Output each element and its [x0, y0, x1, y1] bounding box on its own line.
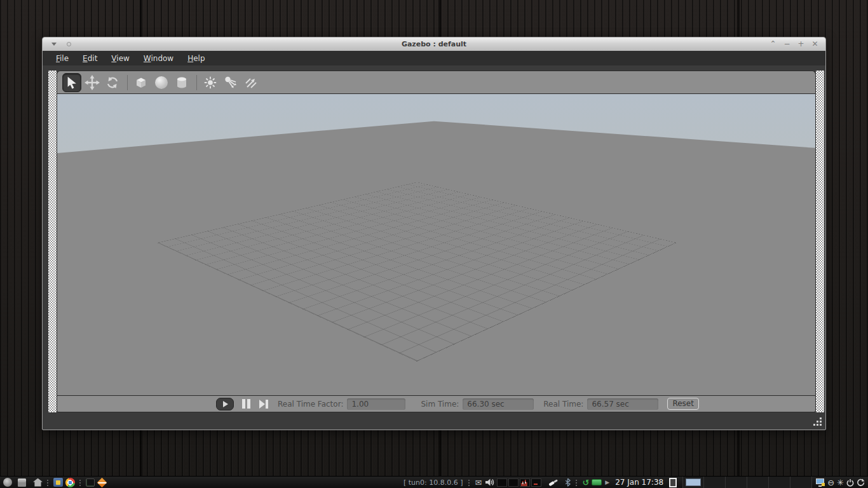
cursor-arrow-icon — [65, 76, 79, 90]
spot-light-icon — [223, 75, 238, 90]
workspace-2[interactable] — [704, 477, 726, 488]
restart-icon[interactable] — [857, 478, 865, 487]
power-icon[interactable] — [846, 478, 854, 487]
active-window-thumbnail — [686, 478, 701, 486]
network-interface-label: [ tun0: 10.8.0.6 ] — [403, 478, 463, 487]
mail-icon[interactable]: ✉ — [475, 478, 482, 487]
vault-app-icon[interactable] — [53, 478, 63, 487]
workspace-6[interactable] — [790, 477, 812, 488]
point-light-button[interactable] — [201, 73, 220, 92]
taskbar-separator — [46, 479, 50, 486]
box-icon — [133, 75, 149, 90]
move-arrows-icon — [85, 75, 100, 90]
rotate-tool-button[interactable] — [103, 73, 122, 92]
home-icon[interactable] — [33, 478, 43, 487]
cpu-graph-icon — [520, 478, 530, 487]
sphere-icon — [155, 76, 168, 89]
update-icon[interactable]: ↺ — [582, 478, 589, 487]
menu-help[interactable]: Help — [180, 52, 212, 65]
menubar: File Edit View Window Help — [43, 51, 825, 65]
log-out-icon[interactable]: ⊖ — [827, 478, 834, 487]
clock[interactable]: 27 Jan 17:38 — [615, 478, 663, 487]
window-content: Real Time Factor: 1.00 Sim Time: 66.30 s… — [43, 65, 825, 412]
center-column: Real Time Factor: 1.00 Sim Time: 66.30 s… — [57, 71, 816, 412]
menu-window[interactable]: Window — [137, 52, 180, 65]
workspace-pager — [682, 477, 812, 488]
sun-icon — [203, 76, 217, 90]
net-graph-icon — [531, 478, 541, 487]
file-manager-icon[interactable] — [18, 478, 26, 487]
maximize-button[interactable]: + — [797, 40, 805, 48]
window-title: Gazebo : default — [43, 40, 825, 48]
translate-tool-button[interactable] — [83, 73, 102, 92]
sim-time-label: Sim Time: — [421, 400, 459, 409]
toolbar — [57, 71, 815, 94]
taskbar: [ tun0: 10.8.0.6 ] ✉ — [0, 476, 868, 488]
lock-screen-icon[interactable] — [816, 478, 825, 487]
insert-box-button[interactable] — [132, 73, 151, 92]
right-panel-splitter[interactable] — [816, 71, 824, 412]
bluetooth-icon[interactable] — [564, 478, 571, 487]
window-titlebar[interactable]: Gazebo : default ⌃ − + ✕ — [43, 37, 825, 51]
step-button[interactable] — [259, 400, 268, 409]
monitor-cell — [497, 478, 507, 487]
left-panel-splitter[interactable] — [48, 71, 57, 412]
workspace-3[interactable] — [726, 477, 747, 488]
workspace-1-active[interactable] — [682, 477, 704, 488]
insert-sphere-button[interactable] — [152, 73, 171, 92]
directional-light-icon — [243, 75, 259, 90]
real-time-value: 66.57 sec — [587, 398, 658, 410]
terminal-icon[interactable] — [86, 478, 95, 487]
window-bottom-frame — [43, 412, 825, 430]
app-menu-icon[interactable] — [3, 478, 12, 487]
window-menu-icon[interactable] — [51, 43, 57, 46]
settings-icon[interactable]: ✳ — [837, 478, 844, 487]
workspace-4[interactable] — [747, 477, 769, 488]
chrome-icon[interactable] — [65, 478, 75, 487]
show-desktop-button[interactable] — [669, 478, 677, 487]
cylinder-icon — [174, 75, 189, 90]
taskbar-separator — [79, 479, 82, 486]
step-icon — [259, 400, 265, 409]
toolbar-separator — [196, 75, 197, 90]
close-button[interactable]: ✕ — [811, 40, 819, 48]
taskbar-separator — [468, 479, 471, 486]
menu-edit[interactable]: Edit — [76, 52, 104, 65]
workspace-5[interactable] — [769, 477, 790, 488]
rotate-arrows-icon — [105, 75, 120, 90]
real-time-label: Real Time: — [543, 400, 583, 409]
minimize-button[interactable]: − — [783, 40, 791, 48]
reset-button[interactable]: Reset — [667, 398, 699, 410]
gazebo-window: Gazebo : default ⌃ − + ✕ File Edit View … — [42, 37, 826, 430]
directional-light-button[interactable] — [241, 73, 261, 92]
menu-view[interactable]: View — [104, 52, 136, 65]
volume-icon[interactable] — [484, 477, 494, 487]
simulation-statusbar: Real Time Factor: 1.00 Sim Time: 66.30 s… — [57, 395, 815, 412]
spot-light-button[interactable] — [221, 73, 240, 92]
pause-button[interactable] — [242, 399, 250, 409]
resize-grip[interactable] — [813, 417, 822, 426]
notes-app-icon[interactable] — [97, 477, 107, 487]
toolbar-separator — [127, 75, 128, 90]
play-button[interactable] — [216, 398, 234, 410]
sim-time-value: 66.30 sec — [463, 398, 534, 410]
window-pin-icon[interactable] — [67, 42, 71, 46]
desktop: Gazebo : default ⌃ − + ✕ File Edit View … — [0, 0, 868, 488]
taskbar-separator — [575, 479, 578, 486]
real-time-factor-label: Real Time Factor: — [278, 400, 343, 409]
insert-cylinder-button[interactable] — [172, 73, 191, 92]
expander-icon[interactable]: ▶ — [605, 479, 609, 485]
monitor-cell — [508, 478, 519, 487]
3d-viewport[interactable] — [57, 94, 815, 395]
play-icon — [223, 401, 228, 407]
plug-icon[interactable] — [548, 477, 559, 487]
battery-icon[interactable] — [592, 479, 602, 485]
menu-file[interactable]: File — [49, 52, 76, 65]
real-time-factor-value: 1.00 — [347, 398, 405, 410]
window-controls: ⌃ − + ✕ — [769, 40, 825, 48]
select-tool-button[interactable] — [62, 73, 81, 92]
shade-button[interactable]: ⌃ — [769, 40, 777, 48]
